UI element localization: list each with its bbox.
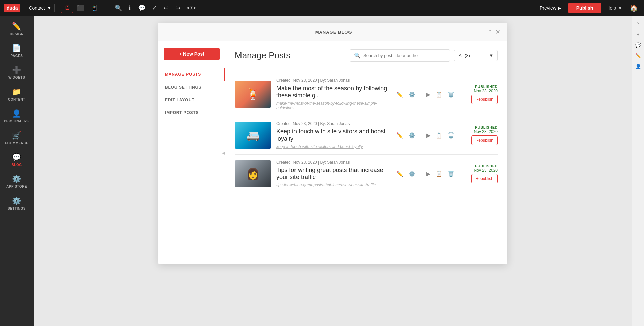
modal-nav-blog-settings[interactable]: BLOG SETTINGS <box>158 81 225 94</box>
sidebar-item-widgets[interactable]: ➕ WIDGETS <box>0 62 34 83</box>
posts-area: Manage Posts 🔍 All (3) ▼ <box>225 41 507 264</box>
modal-nav: MANAGE POSTS BLOG SETTINGS EDIT LAYOUT I… <box>158 65 225 122</box>
redo-tool-btn[interactable]: ↪ <box>173 2 183 14</box>
sidebar-item-pages[interactable]: 📄 PAGES <box>0 41 34 61</box>
post-url-3[interactable]: tips-for-writing-great-posts-that-increa… <box>276 183 390 187</box>
app-store-icon: ⚙️ <box>12 175 21 183</box>
publish-btn[interactable]: Publish <box>568 3 601 13</box>
modal-nav-manage-posts[interactable]: MANAGE POSTS <box>158 68 225 81</box>
preview-btn[interactable]: Preview ▶ <box>536 3 566 13</box>
sidebar-item-content[interactable]: 📁 CONTENT <box>0 84 34 105</box>
post-divider-6 <box>460 170 460 178</box>
comment-tool-btn[interactable]: 💬 <box>135 2 148 14</box>
post-duplicate-btn-2[interactable]: 📋 <box>434 131 444 140</box>
post-content-2: Created: Nov 23, 2020 | By: Sarah Jonas … <box>276 121 390 149</box>
post-status-3: PUBLISHED Nov 23, 2020 Republish <box>464 164 498 183</box>
ecommerce-icon: 🛒 <box>12 131 21 140</box>
modal-header-controls: ? ✕ <box>489 28 500 36</box>
post-settings-btn-2[interactable]: ⚙️ <box>407 131 417 140</box>
tablet-device-btn[interactable]: ⬛ <box>74 3 87 13</box>
post-content-3: Created: Nov 23, 2020 | By: Sarah Jonas … <box>276 160 390 187</box>
posts-title: Manage Posts <box>235 50 290 61</box>
check-tool-btn[interactable]: ✓ <box>149 2 160 14</box>
post-title-1[interactable]: Make the most of the season by following… <box>276 85 390 99</box>
post-title-2[interactable]: Keep in touch with site visitors and boo… <box>276 128 390 142</box>
post-duplicate-btn-1[interactable]: 📋 <box>434 90 444 99</box>
new-post-btn[interactable]: + New Post <box>164 48 220 60</box>
post-publish-btn-1[interactable]: ▶ <box>425 90 432 99</box>
mobile-device-btn[interactable]: 📱 <box>88 3 101 13</box>
right-panel-add-btn[interactable]: + <box>632 30 644 39</box>
modal-close-btn[interactable]: ✕ <box>495 28 500 36</box>
post-actions-1: ✏️ ⚙️ ▶ 📋 🗑️ PUBLISHED Nov 23, 2020 Repu… <box>395 85 498 104</box>
right-panel-comment-btn[interactable]: 💬 <box>632 40 644 50</box>
post-edit-btn-1[interactable]: ✏️ <box>395 90 405 99</box>
page-selector[interactable]: Contact ▼ <box>26 4 54 12</box>
search-input[interactable] <box>363 53 446 58</box>
left-sidebar: ✏️ DESIGN 📄 PAGES ➕ WIDGETS 📁 CONTENT 👤 … <box>0 16 34 326</box>
post-url-1[interactable]: make-the-most-of-the-season-by-following… <box>276 101 390 110</box>
sidebar-item-ecommerce[interactable]: 🛒 ECOMMERCE <box>0 128 34 148</box>
settings-icon: ⚙️ <box>12 197 21 205</box>
post-status-2: PUBLISHED Nov 23, 2020 Republish <box>464 125 498 145</box>
sidebar-item-settings[interactable]: ⚙️ SETTINGS <box>0 193 34 214</box>
post-settings-btn-3[interactable]: ⚙️ <box>407 169 417 178</box>
sidebar-item-app-store[interactable]: ⚙️ APP STORE <box>0 171 34 192</box>
post-edit-btn-3[interactable]: ✏️ <box>395 169 405 178</box>
post-item-3: Created: Nov 23, 2020 | By: Sarah Jonas … <box>235 155 498 193</box>
right-panel-user-btn[interactable]: 👤 <box>632 62 644 71</box>
post-meta-2: Created: Nov 23, 2020 | By: Sarah Jonas <box>276 121 390 126</box>
search-tool-btn[interactable]: 🔍 <box>112 2 125 14</box>
post-title-3[interactable]: Tips for writing great posts that increa… <box>276 167 390 181</box>
post-edit-btn-2[interactable]: ✏️ <box>395 131 405 140</box>
widgets-icon: ➕ <box>12 66 21 74</box>
sidebar-item-personalize[interactable]: 👤 PERSONALIZE <box>0 106 34 126</box>
modal-nav-import-posts[interactable]: IMPORT POSTS <box>158 106 225 119</box>
post-divider-4 <box>460 131 460 139</box>
post-meta-3: Created: Nov 23, 2020 | By: Sarah Jonas <box>276 160 390 165</box>
dropdown-chevron-icon: ▼ <box>489 53 493 58</box>
republish-btn-3[interactable]: Republish <box>471 174 498 183</box>
main-area: MANAGE BLOG ? ✕ + New Post MANAGE POSTS <box>34 16 632 326</box>
posts-controls: 🔍 All (3) ▼ <box>350 49 498 62</box>
post-divider-3 <box>421 131 421 139</box>
topbar: duda Contact ▼ 🖥 ⬛ 📱 🔍 ℹ 💬 ✓ ↩ ↪ </> Pre… <box>0 0 644 16</box>
pages-icon: 📄 <box>12 44 21 53</box>
modal-nav-edit-layout[interactable]: EDIT LAYOUT <box>158 94 225 106</box>
post-delete-btn-2[interactable]: 🗑️ <box>446 131 456 140</box>
filter-dropdown[interactable]: All (3) ▼ <box>454 50 498 61</box>
right-panel-edit-btn[interactable]: ✏️ <box>632 51 644 60</box>
post-divider-2 <box>460 90 460 98</box>
home-btn[interactable]: 🏠 <box>628 2 640 14</box>
right-panel-question-btn[interactable]: ? <box>632 19 644 28</box>
post-thumbnail-3 <box>235 160 271 187</box>
sidebar-item-design[interactable]: ✏️ DESIGN <box>0 19 34 39</box>
topbar-right: Preview ▶ Publish Help ▼ 🏠 <box>536 2 640 14</box>
status-date-3: Nov 23, 2020 <box>464 168 498 173</box>
post-delete-btn-1[interactable]: 🗑️ <box>446 90 456 99</box>
post-publish-btn-2[interactable]: ▶ <box>425 131 432 140</box>
desktop-device-btn[interactable]: 🖥 <box>61 3 73 13</box>
modal-help-btn[interactable]: ? <box>489 29 491 35</box>
duda-logo[interactable]: duda <box>4 4 20 12</box>
toolbar-tools: 🔍 ℹ 💬 ✓ ↩ ↪ </> <box>108 2 533 14</box>
post-delete-btn-3[interactable]: 🗑️ <box>446 169 456 178</box>
post-url-2[interactable]: keep-in-touch-with-site-visitors-and-boo… <box>276 144 390 149</box>
sidebar-collapse-btn[interactable]: ◀ <box>222 151 225 155</box>
sidebar-item-blog[interactable]: 💬 BLOG <box>0 150 34 170</box>
republish-btn-1[interactable]: Republish <box>471 95 498 104</box>
code-tool-btn[interactable]: </> <box>184 3 199 14</box>
info-tool-btn[interactable]: ℹ <box>126 2 134 14</box>
post-duplicate-btn-3[interactable]: 📋 <box>434 169 444 178</box>
post-item-1: Created: Nov 23, 2020 | By: Sarah Jonas … <box>235 73 498 116</box>
help-btn[interactable]: Help ▼ <box>604 3 625 13</box>
post-publish-btn-3[interactable]: ▶ <box>425 169 432 178</box>
status-label-1: PUBLISHED <box>464 85 498 89</box>
post-thumbnail-1 <box>235 81 271 108</box>
post-divider-5 <box>421 170 421 178</box>
device-switcher: 🖥 ⬛ 📱 <box>57 3 105 13</box>
post-settings-btn-1[interactable]: ⚙️ <box>407 90 417 99</box>
undo-tool-btn[interactable]: ↩ <box>161 2 171 14</box>
modal-sidebar: + New Post MANAGE POSTS BLOG SETTINGS ED… <box>158 41 225 264</box>
republish-btn-2[interactable]: Republish <box>471 135 498 145</box>
